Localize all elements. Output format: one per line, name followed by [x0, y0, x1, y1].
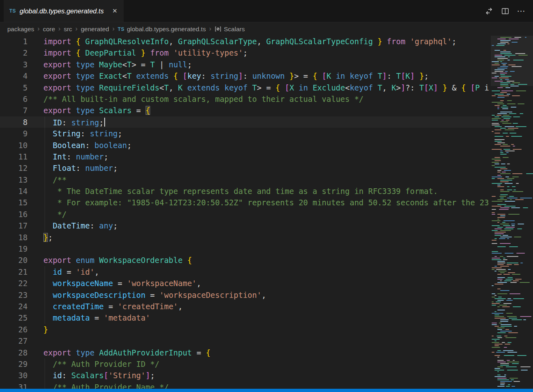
- line-number[interactable]: 15: [0, 197, 28, 208]
- line-number[interactable]: 5: [0, 82, 28, 93]
- line-number[interactable]: 9: [0, 128, 28, 139]
- code-line[interactable]: 28export type AddAuthProviderInput = {: [0, 347, 491, 358]
- code-line[interactable]: 31 /** Auth Provider Name */: [0, 381, 491, 389]
- line-number[interactable]: 23: [0, 289, 28, 301]
- line-number[interactable]: 11: [0, 151, 28, 162]
- code-token: extends: [183, 83, 224, 92]
- code-line[interactable]: 25 metadata = 'metadata': [0, 312, 491, 323]
- code-line[interactable]: 14 * The DateTime scalar type represents…: [0, 185, 491, 197]
- code-token: ]: [239, 71, 243, 80]
- code-token: ;: [424, 71, 428, 80]
- code-line[interactable]: 9 String: string;: [0, 128, 491, 139]
- code-token: keyof: [350, 71, 378, 80]
- open-changes-icon[interactable]: [483, 5, 495, 17]
- code-line[interactable]: 26}: [0, 324, 491, 335]
- code-line[interactable]: 1import { GraphQLResolveInfo, GraphQLSca…: [0, 36, 491, 47]
- code-text: * For example: "1985-04-12T23:20:50.52Z"…: [28, 197, 489, 208]
- line-number[interactable]: 12: [0, 162, 28, 174]
- code-line[interactable]: 22 workspaceName = 'workspaceName',: [0, 278, 491, 289]
- code-line[interactable]: 15 * For example: "1985-04-12T23:20:50.5…: [0, 197, 491, 208]
- line-number[interactable]: 6: [0, 93, 28, 105]
- code-token: ,: [382, 83, 391, 92]
- line-number[interactable]: 20: [0, 254, 28, 266]
- code-line[interactable]: 17 DateTime: any;: [0, 220, 491, 231]
- line-number[interactable]: 24: [0, 301, 28, 312]
- line-number[interactable]: 27: [0, 335, 28, 347]
- breadcrumb-item-symbol[interactable]: Scalars: [215, 26, 245, 33]
- close-tab-icon[interactable]: ✕: [111, 7, 119, 15]
- line-number[interactable]: 30: [0, 370, 28, 381]
- breadcrumb-separator-icon: ›: [112, 25, 114, 32]
- code-line[interactable]: 12 Float: number;: [0, 162, 491, 174]
- code-line[interactable]: 7export type Scalars = {: [0, 105, 491, 116]
- line-number[interactable]: 13: [0, 174, 28, 185]
- line-number[interactable]: 7: [0, 105, 28, 116]
- indent-guide: [45, 358, 45, 370]
- code-line[interactable]: 19: [0, 243, 491, 254]
- line-number[interactable]: 21: [0, 266, 28, 278]
- line-number[interactable]: 2: [0, 47, 28, 58]
- line-number[interactable]: 22: [0, 278, 28, 289]
- code-token: =: [131, 106, 145, 115]
- line-number[interactable]: 10: [0, 140, 28, 151]
- breadcrumb-item-packages[interactable]: packages: [7, 26, 34, 33]
- line-number[interactable]: 1: [0, 36, 28, 47]
- line-number[interactable]: 4: [0, 70, 28, 82]
- code-line[interactable]: 23 workspaceDescription = 'workspaceDesc…: [0, 289, 491, 301]
- breadcrumb-item-file[interactable]: TS global.db.types.generated.ts: [118, 26, 206, 33]
- breadcrumb-item-generated[interactable]: generated: [81, 26, 109, 33]
- code-line[interactable]: 8 ID: string;: [0, 116, 491, 128]
- breadcrumb-file-name: global.db.types.generated.ts: [127, 26, 206, 33]
- code-token: DeepPartial: [85, 48, 136, 57]
- line-number[interactable]: 16: [0, 209, 28, 220]
- split-editor-icon[interactable]: [499, 5, 511, 17]
- more-actions-icon[interactable]: ⋯: [515, 5, 527, 17]
- line-number[interactable]: 28: [0, 347, 28, 358]
- code-line[interactable]: 3export type Maybe<T> = T | null;: [0, 59, 491, 70]
- line-number[interactable]: 17: [0, 220, 28, 231]
- line-number[interactable]: 3: [0, 59, 28, 70]
- code-line[interactable]: 21 id = 'id',: [0, 266, 491, 278]
- indent-guide: [45, 185, 45, 197]
- code-line[interactable]: 6/** All built-in and custom scalars, ma…: [0, 93, 491, 105]
- tab-global-db-types-generated[interactable]: TS global.db.types.generated.ts ✕: [4, 0, 124, 22]
- code-line[interactable]: 20export enum WorkspaceOrderable {: [0, 254, 491, 266]
- code-line[interactable]: 27: [0, 335, 491, 347]
- code-line[interactable]: 18};: [0, 232, 491, 243]
- line-number[interactable]: 18: [0, 232, 28, 243]
- line-number[interactable]: 19: [0, 243, 28, 254]
- code-line[interactable]: 30 id: Scalars['String'];: [0, 370, 491, 381]
- code-token: ;: [113, 164, 118, 172]
- code-line[interactable]: 10 Boolean: boolean;: [0, 140, 491, 151]
- code-line[interactable]: 11 Int: number;: [0, 151, 491, 162]
- code-token: /** Auth Provider ID */: [53, 360, 159, 368]
- code-text: DateTime: any;: [28, 220, 118, 231]
- code-line[interactable]: 24 createdTime = 'createdTime',: [0, 301, 491, 312]
- code-token: [285, 71, 289, 80]
- line-number[interactable]: 14: [0, 185, 28, 197]
- code-token: export: [43, 71, 76, 80]
- line-number[interactable]: 26: [0, 324, 28, 335]
- line-number[interactable]: 29: [0, 358, 28, 370]
- code-line[interactable]: 5export type RequireFields<T, K extends …: [0, 82, 491, 93]
- code-line[interactable]: 4export type Exact<T extends { [key: str…: [0, 70, 491, 82]
- breadcrumb-item-src[interactable]: src: [64, 26, 72, 33]
- code-line[interactable]: 13 /**: [0, 174, 491, 185]
- code-token: }: [43, 233, 48, 242]
- code-line[interactable]: 2import { DeepPartial } from 'utility-ty…: [0, 47, 491, 58]
- code-token: ;: [99, 118, 103, 127]
- code-line[interactable]: 16 */: [0, 209, 491, 220]
- code-token: * For example: "1985-04-12T23:20:50.52Z"…: [53, 198, 489, 207]
- code-token: ,: [257, 37, 266, 46]
- line-number[interactable]: 8: [0, 116, 28, 128]
- line-number[interactable]: 31: [0, 381, 28, 389]
- code-token: <: [345, 83, 350, 92]
- breadcrumb-item-core[interactable]: core: [43, 26, 55, 33]
- code-line[interactable]: 29 /** Auth Provider ID */: [0, 358, 491, 370]
- code-token: {: [76, 48, 80, 57]
- breadcrumb-separator-icon: ›: [75, 25, 77, 32]
- minimap[interactable]: [491, 36, 533, 389]
- code-text: export type Exact<T extends { [key: stri…: [28, 70, 429, 82]
- line-number[interactable]: 25: [0, 312, 28, 323]
- code-token: export: [43, 60, 76, 69]
